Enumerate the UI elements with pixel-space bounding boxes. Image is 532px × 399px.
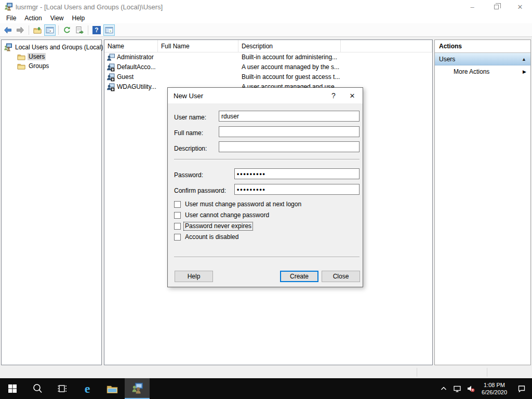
never-expires-checkbox[interactable] [174,223,181,230]
list-header: Name Full Name Description [104,40,432,52]
checkbox-row-never-expires[interactable]: Password never expires [174,222,252,230]
internet-explorer-button[interactable]: e [75,378,100,399]
cannot-change-checkbox[interactable] [174,212,181,219]
account-disabled-checkbox[interactable] [174,234,181,241]
must-change-checkbox[interactable] [174,201,181,208]
task-view-button[interactable] [50,378,75,399]
close-button[interactable]: ✕ [508,0,532,14]
toolbar-separator [88,25,88,35]
tree-groups-label: Groups [28,62,50,70]
menu-action[interactable]: Action [20,14,46,23]
close-button[interactable]: Close [322,271,360,282]
taskbar: e 1:08 PM 6/26/2020 [0,378,532,399]
never-expires-label[interactable]: Password never expires [184,222,252,230]
column-header-full-name[interactable]: Full Name [158,40,238,52]
separator [174,257,360,258]
back-button[interactable] [2,24,14,36]
tray-chevron-button[interactable] [437,378,450,399]
minimize-icon: – [470,3,474,11]
confirm-password-field[interactable] [234,184,360,195]
user-name-cell: Guest [104,72,158,82]
description-cell: Built-in account for administering... [238,52,341,62]
more-actions-item[interactable]: More Actions ▶ [435,65,530,78]
desktop: { "window": { "title": "lusrmgr - [Local… [0,0,532,399]
password-field[interactable] [234,168,360,179]
forward-button[interactable] [15,24,26,36]
folder-icon [17,62,25,70]
network-icon [453,384,461,393]
collapse-icon[interactable]: ▲ [522,57,526,62]
full-name-cell [158,62,238,72]
status-bar [0,366,532,378]
network-tray-button[interactable] [450,378,464,399]
expand-icon: ▶ [523,69,526,74]
checkbox-row-cannot-change[interactable]: User cannot change password [174,211,270,219]
taskbar-clock[interactable]: 1:08 PM 6/26/2020 [477,381,511,396]
column-header-description[interactable]: Description [238,40,341,52]
lusrmgr-app-icon [4,3,12,11]
show-console-tree-button[interactable] [44,24,56,36]
lusrmgr-taskbar-button[interactable] [125,378,150,399]
export-list-button[interactable] [74,24,85,36]
window-titlebar[interactable]: lusrmgr - [Local Users and Groups (Local… [0,0,532,14]
refresh-icon [63,26,71,34]
refresh-button[interactable] [61,24,73,36]
actions-group-users[interactable]: Users ▲ [435,53,530,65]
cannot-change-label[interactable]: User cannot change password [184,211,270,219]
action-pane-icon [105,26,113,34]
must-change-label[interactable]: User must change password at next logon [184,201,302,208]
user-disabled-icon [107,63,115,72]
table-row[interactable]: Administrator Built-in account for admin… [104,52,432,62]
menu-help[interactable]: Help [68,14,89,23]
password-label: Password: [174,170,203,180]
create-button[interactable]: Create [280,271,318,282]
tree-item-groups[interactable]: Groups [2,61,101,71]
description-field[interactable] [219,141,360,152]
search-button[interactable] [25,378,50,399]
menu-view[interactable]: View [46,14,68,23]
tree-item-users[interactable]: Users [2,52,101,61]
username-field[interactable] [219,111,360,122]
description-cell: A user account managed by the s... [238,62,341,72]
help-button[interactable]: Help [175,271,213,282]
back-arrow-icon [4,26,12,34]
column-header-blank [341,40,432,52]
dialog-help-button[interactable]: ? [325,88,342,103]
tree-root-label: Local Users and Groups (Local) [14,44,104,51]
show-action-pane-button[interactable] [103,24,115,36]
tree-item-root[interactable]: Local Users and Groups (Local) [2,43,101,52]
table-row[interactable]: DefaultAcco... A user account managed by… [104,62,432,72]
checkbox-row-must-change[interactable]: User must change password at next logon [174,200,302,208]
lusrmgr-app-icon [131,382,143,394]
more-actions-label: More Actions [454,68,489,75]
close-icon: ✕ [350,92,355,100]
status-divider [417,368,417,377]
folder-icon [17,52,25,61]
system-tray: 1:08 PM 6/26/2020 [437,378,532,399]
description-label: Description: [174,143,207,154]
new-user-dialog: New User ? ✕ User name: Full name: Descr… [167,87,363,287]
action-center-button[interactable] [511,378,532,399]
user-name-cell: WDAGUtility... [104,82,158,92]
start-button[interactable] [0,378,25,399]
minimize-button[interactable]: – [460,0,484,14]
fullname-label: Full name: [174,128,203,138]
dialog-titlebar[interactable]: New User ? ✕ [168,88,363,103]
volume-tray-button[interactable] [464,378,477,399]
column-header-name[interactable]: Name [104,40,158,52]
account-disabled-label[interactable]: Account is disabled [184,233,240,241]
full-name-cell [158,72,238,82]
checkbox-row-account-disabled[interactable]: Account is disabled [174,233,240,241]
table-row[interactable]: Guest Built-in account for guest access … [104,72,432,82]
toolbar-separator [29,25,29,35]
clock-date: 6/26/2020 [482,389,507,396]
up-folder-button[interactable] [32,24,43,36]
help-button[interactable]: ? [91,24,102,36]
close-icon: ✕ [517,3,523,11]
restore-button[interactable] [484,0,508,14]
dialog-close-button[interactable]: ✕ [344,88,361,103]
fullname-field[interactable] [219,126,360,137]
menu-file[interactable]: File [2,14,20,23]
status-divider [487,368,487,377]
file-explorer-button[interactable] [100,378,125,399]
